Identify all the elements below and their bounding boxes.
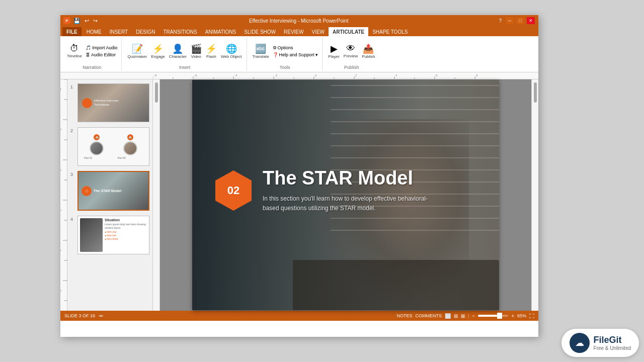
player-icon: ▶	[331, 43, 338, 54]
slide-thumb-3[interactable]: 3 ⬡ The STAR Model	[69, 170, 150, 212]
ribbon-group-publish: ▶ Player 👁 Preview 📤 Publish Publish	[324, 37, 379, 71]
character-icon: 👤	[172, 43, 183, 54]
svg-text:8: 8	[476, 74, 478, 77]
right-scroll-thumb[interactable]	[534, 82, 537, 103]
slide-image-1[interactable]: Effective InterviewTechniques	[77, 83, 149, 122]
quizmaker-button[interactable]: 📝 Quizmaker	[126, 42, 148, 60]
flash-button[interactable]: ⚡ Flash	[204, 42, 218, 60]
audio-editor-button[interactable]: 🎛 Audio Editor	[85, 52, 119, 58]
help-icon[interactable]: ?	[499, 18, 502, 24]
preview-icon: 👁	[346, 43, 355, 54]
tab-file[interactable]: FILE	[62, 27, 82, 36]
qa-redo[interactable]: ↪	[92, 17, 99, 25]
restore-button[interactable]: □	[516, 17, 524, 24]
player-button[interactable]: ▶ Player	[327, 42, 341, 60]
qa-save[interactable]: 💾	[72, 17, 82, 25]
slide-image-3[interactable]: ⬡ The STAR Model	[77, 171, 149, 211]
tab-insert[interactable]: INSERT	[106, 27, 132, 36]
powerpoint-window: P 💾 ↩ ↪ Effective Interviewing - Microso…	[60, 15, 538, 337]
options-button[interactable]: ⚙ Options	[272, 45, 319, 51]
view-normal-button[interactable]: ⬜	[445, 313, 451, 319]
thumb4-text-area: Situation Lorem ipsum body text here sho…	[105, 218, 147, 252]
import-audio-button[interactable]: 🎵 Import Audio	[85, 45, 119, 51]
thumb3-badge: ⬡	[82, 186, 92, 196]
preview-button[interactable]: 👁 Preview	[342, 42, 359, 60]
slide-canvas[interactable]: 02 The STAR Model In this section you'll…	[192, 80, 499, 310]
svg-text:-2: -2	[60, 128, 62, 131]
svg-text:4: 4	[60, 249, 62, 251]
svg-text:6: 6	[60, 290, 62, 292]
status-right: NOTES COMMENTS ⬜ ⊞ ⊠ | − + 65% ⛶	[396, 313, 534, 319]
character-button[interactable]: 👤 Character	[168, 42, 188, 60]
slide-number-2: 2	[70, 127, 75, 133]
badge-number: 02	[227, 184, 239, 197]
view-outline-button[interactable]: ⊞	[454, 313, 458, 319]
ruler-marks: -8 -6 -4 -2 0 2	[153, 72, 538, 79]
timeline-button[interactable]: ⏱ Timeline	[65, 42, 84, 60]
svg-text:-8: -8	[154, 74, 157, 77]
tab-review[interactable]: REVIEW	[280, 27, 307, 36]
fit-slide-button[interactable]: ⛶	[529, 313, 534, 319]
tab-articulate[interactable]: ARTICULATE	[329, 27, 368, 36]
zoom-slider-fill	[478, 315, 498, 317]
comments-button[interactable]: COMMENTS	[415, 313, 442, 318]
tab-slide-show[interactable]: SLIDE SHOW	[240, 27, 280, 36]
insert-label: Insert	[179, 65, 191, 70]
filgit-logo: ☁	[570, 333, 590, 353]
title-bar: P 💾 ↩ ↪ Effective Interviewing - Microso…	[60, 15, 538, 26]
status-left: SLIDE 3 OF 16 ✏	[64, 313, 103, 319]
slide-image-2[interactable]: 🏠 Part 01 🏠 Part 02	[77, 127, 149, 166]
thumb2-circle-2	[123, 141, 137, 155]
help-support-button[interactable]: ❓ Help and Support ▾	[272, 52, 319, 58]
slides-panel: 1 Effective InterviewTechniques 2	[67, 79, 153, 311]
ribbon-content: ⏱ Timeline 🎵 Import Audio 🎛 Audio Editor	[60, 36, 538, 72]
filgit-name: FileGit	[594, 335, 631, 345]
publish-button[interactable]: 📤 Publish	[360, 42, 376, 60]
svg-text:2: 2	[60, 209, 62, 211]
right-scrollbar[interactable]	[531, 79, 538, 311]
zoom-in-button[interactable]: +	[511, 313, 514, 319]
video-button[interactable]: 🎬 Video	[189, 42, 203, 60]
web-object-button[interactable]: 🌐 Web Object	[219, 42, 244, 60]
qa-undo[interactable]: ↩	[84, 17, 90, 25]
tab-design[interactable]: DESIGN	[132, 27, 159, 36]
svg-text:-2: -2	[275, 74, 278, 77]
zoom-out-button[interactable]: −	[472, 313, 475, 319]
scroll-thumb[interactable]	[155, 82, 158, 103]
slide-image-4[interactable]: Situation Lorem ipsum body text here sho…	[77, 216, 149, 254]
main-slide-area: 02 The STAR Model In this section you'll…	[160, 79, 531, 311]
thumb3-title: The STAR Model	[94, 189, 121, 193]
thumb2-content: 🏠 Part 01 🏠 Part 02	[78, 128, 149, 165]
slide-thumb-1[interactable]: 1 Effective InterviewTechniques	[69, 82, 150, 123]
view-slide-sorter-button[interactable]: ⊠	[461, 313, 465, 319]
thumb4-bullet-3: ● item three	[105, 237, 147, 240]
tab-view[interactable]: VIEW	[307, 27, 329, 36]
svg-text:0: 0	[60, 169, 62, 171]
slide-thumb-2[interactable]: 2 🏠 Part 01 🏠 Part 02	[69, 126, 150, 167]
notes-button[interactable]: NOTES	[396, 313, 412, 318]
tab-shape-tools[interactable]: SHAPE TOOLS	[368, 27, 412, 36]
thumb4-image	[80, 218, 103, 252]
thumb1-content: Effective InterviewTechniques	[78, 84, 149, 122]
minimize-button[interactable]: ─	[506, 17, 514, 24]
video-icon: 🎬	[191, 43, 202, 54]
publish-buttons: ▶ Player 👁 Preview 📤 Publish	[327, 38, 376, 64]
slide-thumb-4[interactable]: 4 Situation Lorem ipsum body text here s…	[69, 215, 150, 255]
tab-transitions[interactable]: TRANSITIONS	[159, 27, 201, 36]
translate-button[interactable]: 🔤 Translate	[251, 42, 271, 60]
zoom-level: 65%	[517, 313, 526, 318]
slides-scrollbar[interactable]	[153, 79, 160, 311]
zoom-slider[interactable]	[478, 315, 508, 317]
close-button[interactable]: ✕	[527, 17, 535, 24]
tab-home[interactable]: HOME	[83, 27, 106, 36]
window-controls: ? ─ □ ✕	[499, 17, 535, 24]
engage-icon: ⚡	[152, 43, 164, 54]
tab-animations[interactable]: ANIMATIONS	[201, 27, 240, 36]
main-workspace: -4 -2 0 2 4 6	[60, 79, 538, 311]
engage-button[interactable]: ⚡ Engage	[149, 42, 167, 60]
filgit-tagline: Free & Unlimited	[594, 345, 631, 351]
svg-text:4: 4	[395, 74, 397, 77]
svg-text:2: 2	[355, 74, 357, 77]
zoom-slider-thumb[interactable]	[497, 313, 502, 319]
filgit-cloud-icon: ☁	[575, 337, 584, 348]
